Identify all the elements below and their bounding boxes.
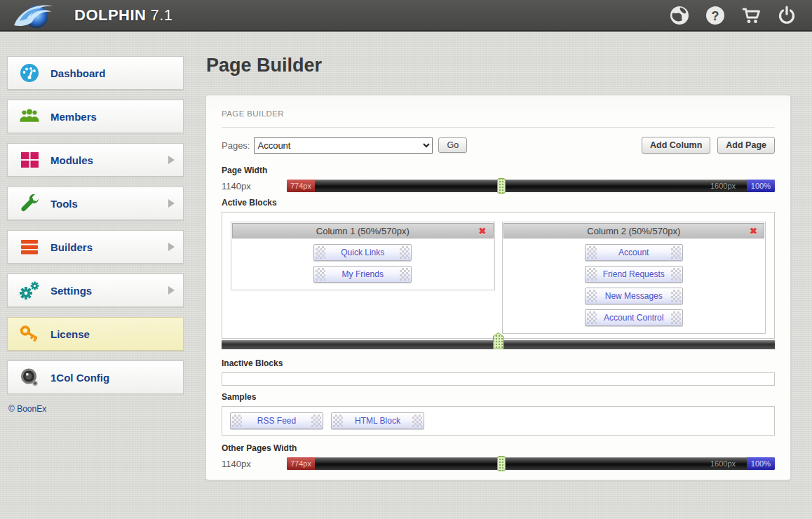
page-width-label: Page Width [222,166,775,175]
sidebar-item-tools[interactable]: Tools [7,187,184,220]
dolphin-logo[interactable] [4,0,66,32]
page-title: Page Builder [206,55,322,76]
add-page-button[interactable]: Add Page [717,137,775,154]
slider-percent-badge: 100% [747,180,775,192]
sidebar: Dashboard Members Modules Tools Builders [7,56,184,414]
globe-icon[interactable] [668,4,691,27]
column-resizer-handle-grip [494,333,503,349]
column-1-body: Quick Links My Friends [232,238,494,289]
sidebar-item-builders[interactable]: Builders [7,230,184,264]
sidebar-item-label: 1Col Config [50,372,109,384]
other-pages-width-label: Other Pages Width [222,443,775,453]
slider-max-label: 1600px [710,180,736,192]
slider-min-badge: 774px [287,180,315,192]
inactive-blocks-dropzone[interactable] [222,372,775,386]
power-icon[interactable] [776,4,798,27]
page-width-slider-handle[interactable] [497,178,506,194]
topbar-icons: ? [668,4,798,27]
chevron-right-icon [168,286,175,295]
license-key-icon [19,323,40,344]
pages-label: Pages: [222,140,250,151]
dashboard-icon [19,62,40,83]
sidebar-item-dashboard[interactable]: Dashboard [7,56,184,90]
sidebar-item-label: Settings [50,285,92,297]
sidebar-item-members[interactable]: Members [7,100,184,133]
slider-max-label: 1600px [710,457,736,470]
column-2-body: Account Friend Requests New Messages Acc… [503,238,765,332]
samples-label: Samples [222,392,775,402]
active-blocks-container: Column 1 (50%/570px) ✖ Quick Links My Fr… [222,212,775,339]
sidebar-item-label: Members [50,111,97,123]
topbar: DOLPHIN7.1 ? [0,0,812,32]
sidebar-item-label: Modules [50,154,93,166]
panel-caption: PAGE BUILDER [222,109,775,128]
chevron-right-icon [168,199,175,208]
column-1-delete-icon[interactable]: ✖ [479,226,493,236]
block-html-block[interactable]: HTML Block [331,412,424,429]
column-1-header[interactable]: Column 1 (50%/570px) ✖ [232,223,494,238]
sidebar-item-label: Dashboard [50,67,105,79]
block-friend-requests[interactable]: Friend Requests [585,266,683,283]
sidebar-item-label: Builders [50,241,93,253]
svg-text:?: ? [712,9,719,23]
inactive-blocks-label: Inactive Blocks [222,358,775,368]
column-2-header[interactable]: Column 2 (50%/570px) ✖ [503,223,765,238]
add-column-button[interactable]: Add Column [642,137,710,154]
sidebar-item-settings[interactable]: Settings [7,274,184,307]
app-title: DOLPHIN7.1 [74,6,173,25]
block-new-messages[interactable]: New Messages [585,288,683,304]
page-width-value: 1140px [222,181,287,191]
settings-icon [19,280,40,301]
samples-container: RSS Feed HTML Block [222,406,775,436]
column-1: Column 1 (50%/570px) ✖ Quick Links My Fr… [231,222,495,290]
block-rss-feed[interactable]: RSS Feed [230,412,323,429]
other-pages-width-slider[interactable]: 774px 1600px 100% [287,457,775,470]
boonex-copyright-link[interactable]: © BoonEx [8,404,184,414]
block-my-friends[interactable]: My Friends [313,266,412,283]
column-2-delete-icon[interactable]: ✖ [750,226,764,236]
pages-row: Pages: Account Go Add Column Add Page [222,137,775,154]
help-icon[interactable]: ? [704,4,726,27]
slider-min-badge: 774px [287,457,315,470]
onecol-config-icon [19,367,40,388]
go-button[interactable]: Go [438,137,467,153]
pages-select[interactable]: Account [254,137,433,154]
column-2-title: Column 2 (50%/570px) [504,226,750,236]
other-pages-width-row: 1140px 774px 1600px 100% [222,457,775,470]
tools-icon [19,193,40,214]
sidebar-item-label: Tools [50,198,78,210]
modules-icon [19,149,40,170]
other-pages-width-value: 1140px [222,459,287,469]
column-1-title: Column 1 (50%/570px) [233,226,479,236]
builders-icon [19,236,40,257]
sidebar-item-modules[interactable]: Modules [7,143,184,177]
block-quick-links[interactable]: Quick Links [313,244,412,261]
page-builder-panel: PAGE BUILDER Pages: Account Go Add Colum… [205,95,791,480]
members-icon [19,106,40,127]
sidebar-item-1col-config[interactable]: 1Col Config [7,360,184,394]
column-resizer-bar[interactable] [222,340,775,349]
cart-icon[interactable] [740,4,762,27]
block-account[interactable]: Account [585,244,683,261]
slider-percent-badge: 100% [747,457,775,470]
sidebar-item-license[interactable]: License [7,317,184,351]
page-width-slider[interactable]: 774px 1600px 100% [287,180,775,192]
sidebar-item-label: License [50,328,90,340]
chevron-right-icon [168,156,175,164]
active-blocks-label: Active Blocks [222,198,775,208]
page-width-row: 1140px 774px 1600px 100% [222,180,775,192]
column-2: Column 2 (50%/570px) ✖ Account Friend Re… [502,222,766,334]
chevron-right-icon [168,243,175,251]
other-pages-width-slider-handle[interactable] [497,456,506,471]
block-account-control[interactable]: Account Control [585,309,683,326]
